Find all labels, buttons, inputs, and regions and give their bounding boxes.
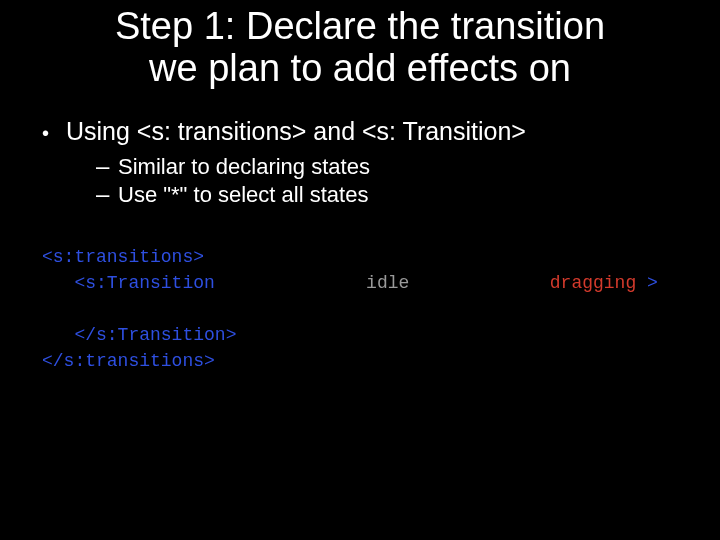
code-open-Transition: <s:Transition <box>74 273 214 293</box>
code-quote: " <box>355 273 366 293</box>
bullet-text: Using <s: transitions> and <s: Transitio… <box>66 116 526 146</box>
sub-marker: – <box>96 182 118 206</box>
bullet-item: • Using <s: transitions> and <s: Transit… <box>42 116 680 146</box>
code-attr-from-value: idle <box>366 273 409 293</box>
sub-item-2: – Use "*" to select all states <box>96 182 680 208</box>
code-close-transitions: </s:transitions> <box>42 351 215 371</box>
sub-marker: – <box>96 154 118 178</box>
body-content: • Using <s: transitions> and <s: Transit… <box>42 116 680 211</box>
code-eq: = <box>344 273 355 293</box>
code-quote: " <box>409 273 420 293</box>
code-attr-to-value: dragging <box>550 273 636 293</box>
sub-item-1: – Similar to declaring states <box>96 154 680 180</box>
code-close-Transition: </s:Transition> <box>74 325 236 345</box>
sub-text-2: Use "*" to select all states <box>118 182 368 208</box>
code-attr-to-name: to. State <box>431 273 528 293</box>
code-quote: " <box>539 273 550 293</box>
code-space <box>215 273 226 293</box>
code-quote: " <box>636 273 647 293</box>
title-line-1: Step 1: Declare the transition <box>20 6 700 48</box>
code-snippet: <s:transitions> <s:Transition from. Stat… <box>42 244 658 374</box>
code-attr-from-name: from. State <box>226 273 345 293</box>
code-space <box>420 273 431 293</box>
slide-title: Step 1: Declare the transition we plan t… <box>0 6 720 90</box>
sub-list: – Similar to declaring states – Use "*" … <box>96 154 680 209</box>
bullet-marker: • <box>42 123 66 143</box>
code-eq: = <box>528 273 539 293</box>
code-gt: > <box>647 273 658 293</box>
code-indent <box>42 325 74 345</box>
title-line-2: we plan to add effects on <box>20 48 700 90</box>
code-indent <box>42 273 74 293</box>
sub-text-1: Similar to declaring states <box>118 154 370 180</box>
code-open-transitions: <s:transitions> <box>42 247 204 267</box>
